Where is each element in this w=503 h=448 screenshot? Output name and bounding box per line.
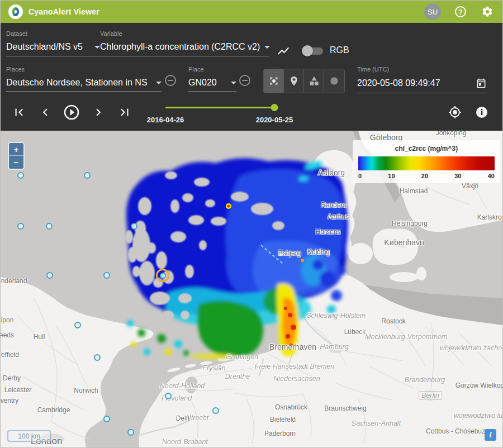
legend-colorbar [358,156,495,170]
chevron-right-icon [91,105,106,120]
chevron-down-icon [156,82,162,84]
scale-bar-label: 100 km [18,432,40,440]
next-step-button[interactable] [88,102,108,122]
station-marker[interactable] [46,223,53,230]
places-select[interactable]: Places Deutsche Nordsee, Stationen in NS [6,66,162,92]
time-slider-thumb[interactable] [271,104,278,111]
chevron-left-icon [38,105,53,120]
places-value: Deutsche Nordsee, Stationen in NS [6,78,148,88]
locate-button[interactable] [445,102,465,122]
station-marker[interactable] [84,172,91,179]
station-marker[interactable] [103,416,110,422]
dataset-label: Dataset [6,30,100,37]
slider-end-date: 2020-05-25 [256,116,293,124]
first-page-icon [12,105,26,120]
place-select[interactable]: Place GN020 [188,66,236,92]
legend-tick: 0 [358,173,362,179]
gear-icon [481,6,493,18]
selected-station-marker [160,273,166,279]
legend-tick: 10 [388,173,395,179]
rgb-toggle[interactable] [303,45,323,56]
line-chart-icon [277,44,290,58]
remove-place-button[interactable] [238,73,252,88]
chevron-down-icon [94,46,100,49]
svg-text:?: ? [458,8,462,16]
add-geometry-button[interactable] [304,69,324,93]
zoom-in-button[interactable]: + [9,143,23,156]
place-tools-group [263,69,345,93]
variable-label: Variable [100,30,269,37]
app-window: CyanoAlert Viewer SU ? Dataset Deutschla… [0,0,503,448]
toggle-knob [302,45,313,56]
info-button[interactable] [472,102,492,122]
place-label: Place [188,66,236,73]
time-slider[interactable]: 2016-04-26 2020-05-25 [165,107,278,108]
play-circle-icon [63,103,80,121]
my-location-icon [448,106,462,119]
dataset-value: Deutschland/NS v5 [6,42,83,52]
scale-bar: 100 km [7,430,51,442]
last-step-button[interactable] [115,102,135,122]
control-panel: Dataset Deutschland/NS v5 Variable Chlor… [1,23,502,131]
legend-tick: 20 [421,173,428,179]
attribution-button[interactable]: i [485,429,496,441]
legend-tick: 40 [488,173,495,179]
shapes-icon [309,75,320,87]
calendar-icon[interactable] [476,78,487,89]
remove-places-button[interactable] [163,73,178,88]
style-circle-button[interactable] [324,69,344,93]
first-step-button[interactable] [9,102,29,122]
station-marker[interactable] [103,272,110,279]
map-view[interactable]: GöteborgJönköpingAalborgVäxjöHalmstadRan… [1,131,502,447]
station-marker[interactable] [94,354,101,361]
time-field[interactable]: Time (UTC) 2020-05-08 09:49:47 [357,66,487,93]
slider-start-date: 2016-04-26 [147,116,184,124]
variable-select[interactable]: Variable Chlorophyll-a concentration (C2… [100,30,269,56]
header-actions: SU ? [424,3,495,20]
rgb-toggle-label: RGB [330,45,349,55]
show-chart-button[interactable] [276,43,291,59]
places-label: Places [6,66,162,73]
user-avatar[interactable]: SU [424,3,441,20]
minus-circle-icon [238,74,252,87]
place-value: GN020 [188,78,217,88]
station-marker[interactable] [131,223,137,230]
app-logo-icon [8,4,23,19]
add-location-pin-icon [288,75,300,87]
station-marker[interactable] [74,322,81,328]
minus-circle-icon [164,74,177,87]
time-label: Time (UTC) [357,66,487,73]
app-title: CyanoAlert Viewer [29,7,99,16]
time-value: 2020-05-08 09:49:47 [357,78,440,88]
station-marker[interactable] [212,407,219,414]
station-marker[interactable] [17,223,24,230]
chevron-down-icon [264,46,270,49]
station-marker[interactable] [127,429,134,436]
station-marker[interactable] [165,393,172,399]
variable-value: Chlorophyll-a concentration (C2RCC v2) [100,42,260,52]
zoom-out-button[interactable]: − [9,156,23,169]
legend-title: chl_c2rcc (mg/m^3) [358,145,495,152]
station-marker[interactable] [46,272,53,279]
center-on-place-button[interactable] [264,69,284,93]
info-icon [475,106,488,119]
station-marker[interactable] [17,172,24,179]
legend-tick: 30 [454,173,461,179]
help-icon: ? [454,5,467,18]
legend-ticks: 010203040 [358,173,495,179]
last-page-icon [117,105,132,120]
circle-icon [329,75,340,87]
dataset-select[interactable]: Dataset Deutschland/NS v5 [6,30,100,56]
map-zoom-control: + − [8,142,25,170]
center-focus-icon [268,75,280,87]
selected-station[interactable] [156,269,169,282]
previous-step-button[interactable] [35,102,55,122]
chevron-down-icon [231,82,236,84]
help-button[interactable]: ? [453,4,468,19]
settings-button[interactable] [480,4,495,19]
play-button[interactable] [60,101,83,123]
time-slider-track[interactable] [165,107,278,108]
map-legend: chl_c2rcc (mg/m^3) 010203040 [353,140,500,183]
app-header: CyanoAlert Viewer SU ? [1,1,502,23]
add-point-button[interactable] [284,69,304,93]
